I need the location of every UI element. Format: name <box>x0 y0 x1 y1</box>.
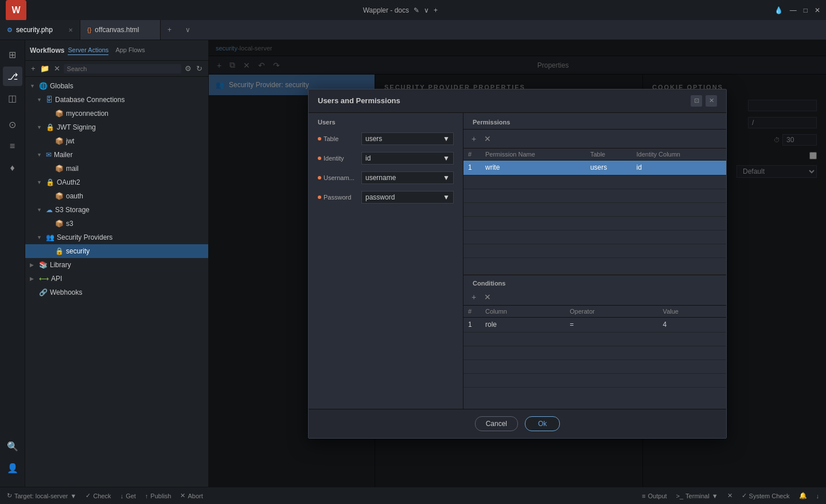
cond-row-1[interactable]: 1 role = 4 <box>463 317 726 332</box>
tree-item-s3-storage[interactable]: ▼ ☁ S3 Storage <box>25 203 208 217</box>
tab-close-security[interactable]: ✕ <box>68 27 73 33</box>
arrow-db: ▼ <box>37 97 44 103</box>
sidebar-icon-diamond[interactable]: ♦ <box>3 158 22 178</box>
icon-db: 🗄 <box>46 96 53 104</box>
icon-myconn: 📦 <box>55 110 64 118</box>
download-icon[interactable]: ↓ <box>816 492 820 499</box>
tree-item-oauth2[interactable]: ▼ 🔒 OAuth2 <box>25 175 208 189</box>
abort-item[interactable]: ✕ Abort <box>180 492 202 499</box>
search-input[interactable] <box>64 64 181 73</box>
dropdown-icon[interactable]: ∨ <box>424 6 429 14</box>
tree-item-webhooks[interactable]: 🔗 Webhooks <box>25 286 208 299</box>
modal-close-button[interactable]: ✕ <box>706 95 717 107</box>
icon-library: 📚 <box>39 261 48 269</box>
tree-item-jwt[interactable]: 📦 jwt <box>25 134 208 148</box>
maximize-button[interactable]: □ <box>804 6 808 14</box>
password-select[interactable]: password ▼ <box>361 191 454 204</box>
sidebar-icon-branch[interactable]: ⎇ <box>3 67 22 86</box>
cond-value-1: 4 <box>659 317 726 332</box>
tree-item-mail[interactable]: 📦 mail <box>25 162 208 175</box>
tab-security-php[interactable]: ⚙ security.php ✕ <box>0 20 80 40</box>
folder-button[interactable]: 📁 <box>39 63 50 74</box>
output-item[interactable]: ≡ Output <box>642 492 667 499</box>
sidebar-icon-circle[interactable]: ⊙ <box>3 115 22 134</box>
terminal-label: Terminal <box>685 493 710 499</box>
modal-title: Users and Permissions <box>318 96 400 105</box>
table-select[interactable]: users ▼ <box>361 132 454 145</box>
add-tab-button[interactable]: + <box>161 20 178 40</box>
tree-item-s3[interactable]: 📦 s3 <box>25 217 208 230</box>
check-item[interactable]: ✓ Check <box>85 492 111 499</box>
tree-item-jwt-signing[interactable]: ▼ 🔒 JWT Signing <box>25 120 208 134</box>
perm-row-1[interactable]: 1 write users id <box>463 160 726 175</box>
settings-button[interactable]: ⚙ <box>184 63 193 74</box>
sidebar-icon-grid[interactable]: ⊞ <box>3 45 22 64</box>
refresh-button[interactable]: ↻ <box>195 63 204 74</box>
tree-item-security-providers[interactable]: ▼ 👥 Security Providers <box>25 230 208 244</box>
tree-item-globals[interactable]: ▼ 🌐 Globals <box>25 79 208 93</box>
sidebar-icon-layers[interactable]: ≡ <box>3 136 22 156</box>
abort-label: Abort <box>188 493 202 499</box>
perm-row-empty-3 <box>463 202 726 216</box>
terminal-item[interactable]: >_ Terminal ▼ <box>676 492 718 499</box>
sidebar-icon-user[interactable]: 👤 <box>3 458 22 478</box>
tab-server-actions[interactable]: Server Actions <box>68 45 108 55</box>
label-jwt: jwt <box>66 137 75 145</box>
col-header-identity: Identity Column <box>632 149 726 161</box>
col-header-perm-name: Permission Name <box>481 149 586 161</box>
users-permissions-modal: Users and Permissions ⊡ ✕ Users <box>308 89 727 439</box>
cond-row-empty-4 <box>463 373 726 387</box>
target-label: Target: local-server <box>14 493 68 499</box>
get-item[interactable]: ↓ Get <box>120 493 136 499</box>
identity-select[interactable]: id ▼ <box>361 152 454 165</box>
tab-offcanvas-html[interactable]: {} offcanvas.html <box>80 20 161 40</box>
modal-users-section: Users Table users ▼ <box>309 113 463 409</box>
terminal-close-item[interactable]: ✕ <box>727 492 733 499</box>
conditions-section: Conditions + ✕ # Colum <box>463 275 726 409</box>
perms-delete-button[interactable]: ✕ <box>482 133 493 144</box>
panel-toolbar: + 📁 ✕ ⚙ ↻ <box>25 61 208 77</box>
perms-add-button[interactable]: + <box>469 133 478 144</box>
username-dropdown-icon: ▼ <box>443 174 450 182</box>
tree-item-db-connections[interactable]: ▼ 🗄 Database Connections <box>25 93 208 107</box>
cancel-button[interactable]: Cancel <box>475 416 518 431</box>
arrow-s3: ▼ <box>37 207 44 213</box>
checkmark-icon: ✓ <box>742 492 747 499</box>
tab-dropdown[interactable]: ∨ <box>178 20 197 40</box>
ok-button[interactable]: Ok <box>525 416 560 431</box>
tree-item-api[interactable]: ▶ ⟷ API <box>25 272 208 286</box>
minimize-button[interactable]: — <box>790 6 797 14</box>
icon-mail: 📦 <box>55 165 64 173</box>
username-select[interactable]: username ▼ <box>361 171 454 184</box>
sidebar-icon-search[interactable]: 🔍 <box>3 436 22 456</box>
sidebar-icon-layout[interactable]: ◫ <box>3 88 22 108</box>
conds-delete-button[interactable]: ✕ <box>482 291 493 303</box>
delete-button[interactable]: ✕ <box>53 63 61 74</box>
edit-icon[interactable]: ✎ <box>414 6 419 14</box>
tree-item-mailer[interactable]: ▼ ✉ Mailer <box>25 148 208 162</box>
icon-jwt: 📦 <box>55 137 64 145</box>
modal-overlay: Users and Permissions ⊡ ✕ Users <box>209 40 826 487</box>
system-check-item[interactable]: ✓ System Check <box>742 492 790 499</box>
tree-item-library[interactable]: ▶ 📚 Library <box>25 258 208 272</box>
col-header-table: Table <box>586 149 632 161</box>
label-webhooks: Webhooks <box>50 288 82 296</box>
tree-item-oauth[interactable]: 📦 oauth <box>25 189 208 203</box>
publish-item[interactable]: ↑ Publish <box>145 493 172 499</box>
add-button[interactable]: + <box>30 63 37 74</box>
terminal-icon: >_ <box>676 493 684 499</box>
arrow-library: ▶ <box>30 262 37 268</box>
modal-restore-button[interactable]: ⊡ <box>691 95 702 107</box>
tab-app-flows[interactable]: App Flows <box>115 45 145 55</box>
tree-item-security[interactable]: 🔒 security <box>25 244 208 258</box>
add-tab-icon[interactable]: + <box>434 6 438 14</box>
tree-item-myconnection[interactable]: 📦 myconnection <box>25 107 208 120</box>
close-button[interactable]: ✕ <box>815 6 820 14</box>
notification-icon[interactable]: 🔔 <box>799 492 807 499</box>
target-item[interactable]: ↻ Target: local-server ▼ <box>7 492 76 499</box>
conds-add-button[interactable]: + <box>469 291 478 303</box>
perm-table-1: users <box>586 160 632 175</box>
water-drop-icon: 💧 <box>774 6 783 14</box>
check-icon: ✓ <box>85 492 91 499</box>
icon-s3-cloud: ☁ <box>46 206 53 214</box>
